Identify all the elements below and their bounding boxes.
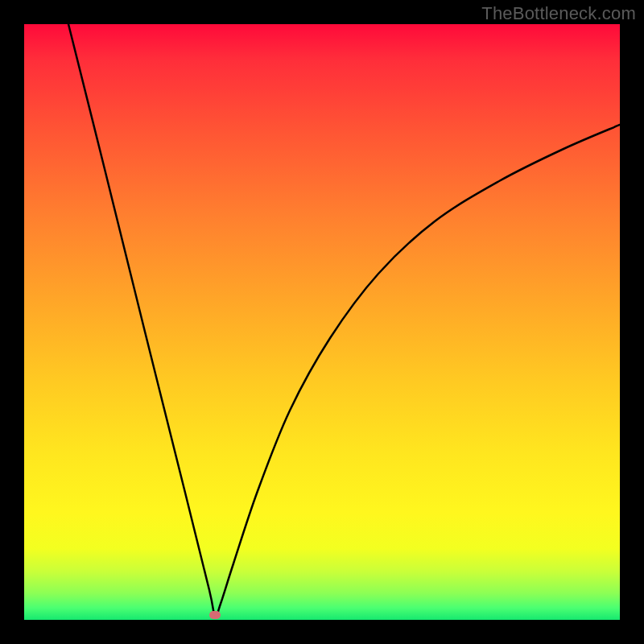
bottleneck-curve [24,24,620,620]
plot-area [24,24,620,620]
curve-path [68,24,620,617]
optimum-marker [209,611,221,619]
chart-container: TheBottleneck.com [0,0,644,644]
watermark-text: TheBottleneck.com [481,3,636,24]
